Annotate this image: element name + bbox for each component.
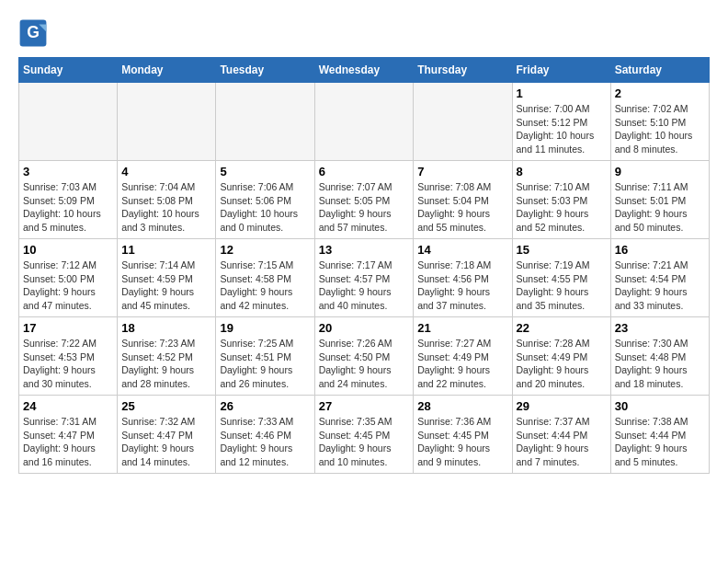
logo: G (18, 18, 51, 48)
calendar-cell: 8Sunrise: 7:10 AMSunset: 5:03 PMDaylight… (512, 161, 610, 239)
day-info: Sunrise: 7:02 AMSunset: 5:10 PMDaylight:… (615, 102, 705, 156)
calendar-body: 1Sunrise: 7:00 AMSunset: 5:12 PMDaylight… (19, 83, 710, 474)
day-number: 27 (319, 399, 410, 413)
day-info: Sunrise: 7:31 AMSunset: 4:47 PMDaylight:… (23, 415, 113, 469)
day-number: 18 (121, 321, 211, 335)
calendar-cell: 24Sunrise: 7:31 AMSunset: 4:47 PMDayligh… (19, 396, 118, 474)
day-info: Sunrise: 7:32 AMSunset: 4:47 PMDaylight:… (121, 415, 211, 469)
day-number: 6 (319, 165, 410, 178)
day-number: 8 (517, 165, 607, 178)
day-number: 29 (517, 399, 607, 413)
calendar-cell: 26Sunrise: 7:33 AMSunset: 4:46 PMDayligh… (216, 396, 314, 474)
calendar-cell: 16Sunrise: 7:21 AMSunset: 4:54 PMDayligh… (610, 239, 709, 317)
calendar-table: SundayMondayTuesdayWednesdayThursdayFrid… (18, 57, 710, 474)
day-number: 19 (220, 321, 310, 335)
calendar-cell: 23Sunrise: 7:30 AMSunset: 4:48 PMDayligh… (610, 317, 709, 396)
day-number: 11 (121, 243, 211, 257)
calendar-cell: 15Sunrise: 7:19 AMSunset: 4:55 PMDayligh… (512, 239, 610, 317)
calendar-cell: 30Sunrise: 7:38 AMSunset: 4:44 PMDayligh… (610, 396, 709, 474)
logo-icon: G (18, 18, 48, 48)
day-number: 4 (121, 165, 211, 178)
calendar-cell: 1Sunrise: 7:00 AMSunset: 5:12 PMDaylight… (512, 83, 610, 161)
day-info: Sunrise: 7:17 AMSunset: 4:57 PMDaylight:… (319, 259, 410, 313)
calendar-cell: 27Sunrise: 7:35 AMSunset: 4:45 PMDayligh… (314, 396, 414, 474)
day-info: Sunrise: 7:12 AMSunset: 5:00 PMDaylight:… (23, 259, 113, 313)
day-info: Sunrise: 7:22 AMSunset: 4:53 PMDaylight:… (23, 337, 113, 391)
calendar-cell: 4Sunrise: 7:04 AMSunset: 5:08 PMDaylight… (118, 161, 216, 239)
week-row-1: 1Sunrise: 7:00 AMSunset: 5:12 PMDaylight… (19, 83, 710, 161)
day-number: 25 (121, 399, 211, 413)
day-number: 21 (417, 321, 507, 335)
day-number: 3 (23, 165, 113, 178)
weekday-friday: Friday (512, 58, 610, 83)
calendar-cell: 20Sunrise: 7:26 AMSunset: 4:50 PMDayligh… (314, 317, 414, 396)
calendar-cell: 25Sunrise: 7:32 AMSunset: 4:47 PMDayligh… (118, 396, 216, 474)
calendar-cell: 11Sunrise: 7:14 AMSunset: 4:59 PMDayligh… (118, 239, 216, 317)
calendar-cell: 21Sunrise: 7:27 AMSunset: 4:49 PMDayligh… (414, 317, 512, 396)
week-row-4: 17Sunrise: 7:22 AMSunset: 4:53 PMDayligh… (19, 317, 710, 396)
day-info: Sunrise: 7:04 AMSunset: 5:08 PMDaylight:… (121, 180, 211, 235)
day-number: 1 (517, 86, 607, 100)
day-info: Sunrise: 7:28 AMSunset: 4:49 PMDaylight:… (517, 337, 607, 391)
day-number: 23 (615, 321, 705, 335)
calendar-cell: 3Sunrise: 7:03 AMSunset: 5:09 PMDaylight… (19, 161, 118, 239)
calendar-cell (19, 83, 118, 161)
day-number: 13 (319, 243, 410, 257)
calendar-cell: 10Sunrise: 7:12 AMSunset: 5:00 PMDayligh… (19, 239, 118, 317)
week-row-2: 3Sunrise: 7:03 AMSunset: 5:09 PMDaylight… (19, 161, 710, 239)
day-info: Sunrise: 7:35 AMSunset: 4:45 PMDaylight:… (319, 415, 410, 469)
calendar-cell: 5Sunrise: 7:06 AMSunset: 5:06 PMDaylight… (216, 161, 314, 239)
weekday-sunday: Sunday (19, 58, 118, 83)
day-info: Sunrise: 7:18 AMSunset: 4:56 PMDaylight:… (417, 259, 507, 313)
day-info: Sunrise: 7:25 AMSunset: 4:51 PMDaylight:… (220, 337, 310, 391)
day-number: 16 (615, 243, 705, 257)
calendar-cell (314, 83, 414, 161)
calendar-cell: 6Sunrise: 7:07 AMSunset: 5:05 PMDaylight… (314, 161, 414, 239)
day-info: Sunrise: 7:30 AMSunset: 4:48 PMDaylight:… (615, 337, 705, 391)
day-info: Sunrise: 7:21 AMSunset: 4:54 PMDaylight:… (615, 259, 705, 313)
day-number: 14 (417, 243, 507, 257)
weekday-tuesday: Tuesday (216, 58, 314, 83)
calendar-cell (118, 83, 216, 161)
day-number: 10 (23, 243, 113, 257)
weekday-header-row: SundayMondayTuesdayWednesdayThursdayFrid… (19, 58, 710, 83)
calendar-cell: 19Sunrise: 7:25 AMSunset: 4:51 PMDayligh… (216, 317, 314, 396)
day-info: Sunrise: 7:00 AMSunset: 5:12 PMDaylight:… (517, 102, 607, 156)
day-number: 20 (319, 321, 410, 335)
calendar-cell (216, 83, 314, 161)
day-info: Sunrise: 7:27 AMSunset: 4:49 PMDaylight:… (417, 337, 507, 391)
week-row-3: 10Sunrise: 7:12 AMSunset: 5:00 PMDayligh… (19, 239, 710, 317)
calendar-cell: 29Sunrise: 7:37 AMSunset: 4:44 PMDayligh… (512, 396, 610, 474)
weekday-monday: Monday (118, 58, 216, 83)
weekday-wednesday: Wednesday (314, 58, 414, 83)
day-number: 12 (220, 243, 310, 257)
calendar-cell: 18Sunrise: 7:23 AMSunset: 4:52 PMDayligh… (118, 317, 216, 396)
day-info: Sunrise: 7:03 AMSunset: 5:09 PMDaylight:… (23, 180, 113, 235)
calendar-cell: 14Sunrise: 7:18 AMSunset: 4:56 PMDayligh… (414, 239, 512, 317)
svg-text:G: G (27, 23, 40, 41)
day-number: 17 (23, 321, 113, 335)
day-number: 22 (517, 321, 607, 335)
day-info: Sunrise: 7:37 AMSunset: 4:44 PMDaylight:… (517, 415, 607, 469)
day-number: 15 (517, 243, 607, 257)
day-info: Sunrise: 7:06 AMSunset: 5:06 PMDaylight:… (220, 180, 310, 235)
day-info: Sunrise: 7:08 AMSunset: 5:04 PMDaylight:… (417, 180, 507, 235)
calendar-cell: 2Sunrise: 7:02 AMSunset: 5:10 PMDaylight… (610, 83, 709, 161)
calendar-cell: 28Sunrise: 7:36 AMSunset: 4:45 PMDayligh… (414, 396, 512, 474)
day-info: Sunrise: 7:11 AMSunset: 5:01 PMDaylight:… (615, 180, 705, 235)
day-number: 28 (417, 399, 507, 413)
weekday-thursday: Thursday (414, 58, 512, 83)
day-number: 30 (615, 399, 705, 413)
day-number: 7 (417, 165, 507, 178)
calendar-cell: 7Sunrise: 7:08 AMSunset: 5:04 PMDaylight… (414, 161, 512, 239)
calendar-cell: 12Sunrise: 7:15 AMSunset: 4:58 PMDayligh… (216, 239, 314, 317)
calendar-cell: 17Sunrise: 7:22 AMSunset: 4:53 PMDayligh… (19, 317, 118, 396)
day-info: Sunrise: 7:19 AMSunset: 4:55 PMDaylight:… (517, 259, 607, 313)
day-info: Sunrise: 7:07 AMSunset: 5:05 PMDaylight:… (319, 180, 410, 235)
day-info: Sunrise: 7:23 AMSunset: 4:52 PMDaylight:… (121, 337, 211, 391)
weekday-saturday: Saturday (610, 58, 709, 83)
day-info: Sunrise: 7:36 AMSunset: 4:45 PMDaylight:… (417, 415, 507, 469)
calendar-cell (414, 83, 512, 161)
header: G (18, 18, 710, 48)
calendar-cell: 22Sunrise: 7:28 AMSunset: 4:49 PMDayligh… (512, 317, 610, 396)
